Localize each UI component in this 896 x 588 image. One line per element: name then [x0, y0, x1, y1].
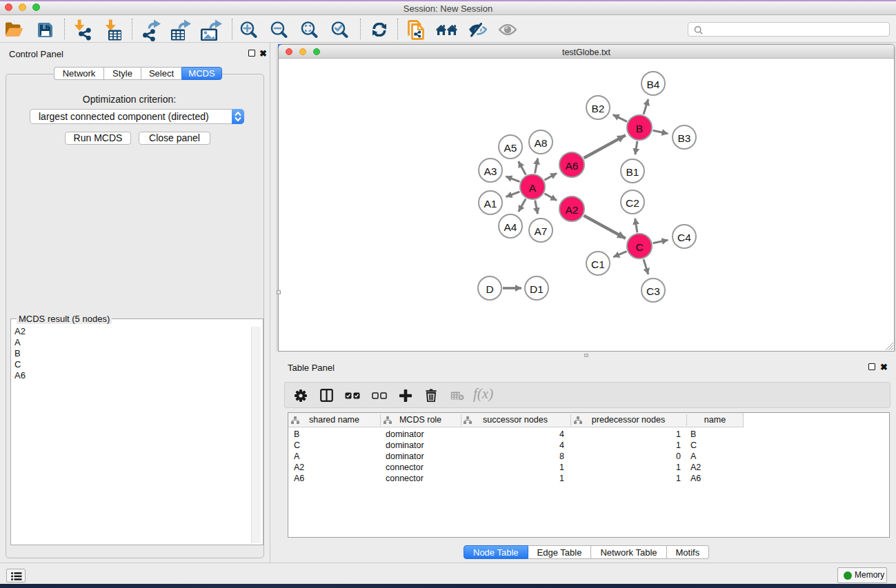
svg-text:B2: B2	[592, 103, 605, 114]
svg-text:A1: A1	[484, 198, 497, 210]
svg-text:D1: D1	[530, 283, 544, 295]
svg-text:A4: A4	[504, 221, 517, 233]
svg-text:B: B	[636, 123, 643, 134]
svg-text:B4: B4	[647, 79, 660, 90]
svg-text:A8: A8	[535, 137, 548, 149]
svg-text:D: D	[486, 283, 493, 295]
svg-text:C2: C2	[626, 197, 639, 209]
svg-text:A: A	[529, 182, 537, 194]
svg-text:C1: C1	[591, 258, 605, 270]
svg-text:C3: C3	[646, 285, 660, 297]
svg-text:A3: A3	[484, 165, 497, 177]
svg-text:C4: C4	[677, 232, 691, 243]
svg-text:A6: A6	[566, 160, 579, 172]
svg-text:B1: B1	[626, 166, 639, 178]
svg-text:C: C	[635, 241, 643, 253]
svg-text:B3: B3	[678, 132, 691, 144]
svg-text:A5: A5	[504, 142, 517, 154]
svg-text:A2: A2	[566, 204, 579, 216]
svg-text:A7: A7	[535, 225, 548, 237]
